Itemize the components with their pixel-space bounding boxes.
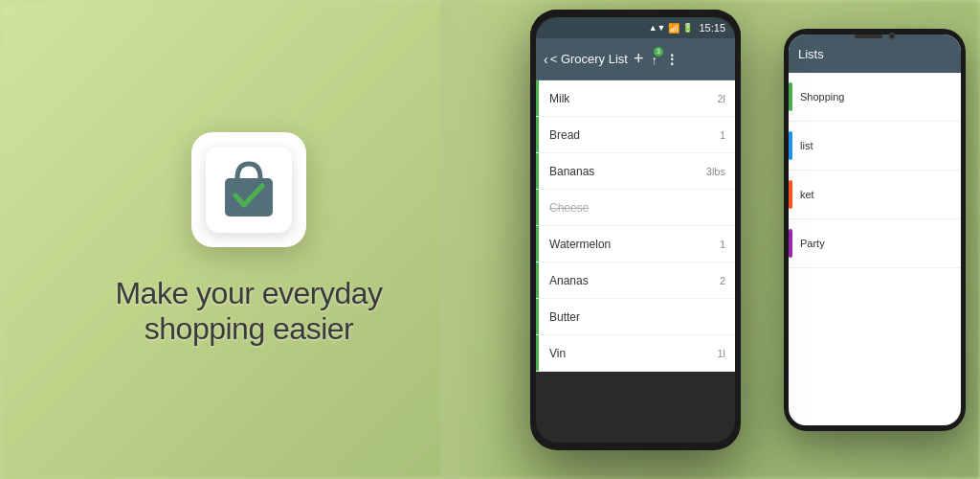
tagline-line1: Make your everyday [115, 276, 382, 311]
app-icon-inner [196, 137, 301, 242]
second-phone-camera [889, 33, 896, 39]
second-phone-speaker [855, 34, 883, 38]
phone-screen: ▲▼ 📶 🔋 15:15 ‹ < Grocery List + ↑ 3 [536, 17, 735, 443]
item-qty-watermelon: 1 [720, 239, 725, 250]
item-name-vin: Vin [549, 347, 717, 360]
color-bar-1 [789, 82, 792, 111]
app-toolbar: ‹ < Grocery List + ↑ 3 ⋮ [536, 38, 735, 80]
second-item-1: Shopping [800, 91, 951, 103]
color-bar-4 [789, 229, 792, 258]
bag-svg [220, 159, 278, 221]
left-panel: Make your everyday shopping easier [0, 0, 498, 479]
item-name-ananas: Ananas [549, 274, 720, 287]
toolbar-title: < Grocery List [550, 52, 628, 66]
phone-main: ▲▼ 📶 🔋 15:15 ‹ < Grocery List + ↑ 3 [530, 10, 741, 450]
item-qty-ananas: 2 [720, 275, 725, 286]
list-item-bread[interactable]: Bread 1 [536, 117, 735, 153]
item-name-bananas: Bananas [549, 165, 706, 178]
item-name-milk: Milk [549, 92, 717, 105]
second-list-item-2: list [789, 122, 961, 171]
list-item-milk[interactable]: Milk 2l [536, 80, 735, 117]
item-qty-milk: 2l [717, 93, 725, 104]
item-qty-vin: 1l [717, 348, 725, 359]
second-phone-header: Lists [789, 34, 961, 73]
item-qty-bananas: 3lbs [706, 166, 725, 177]
phones-area: Lists Shopping list ket Party [482, 0, 980, 479]
second-list-item-1: Shopping [789, 73, 961, 122]
add-icon[interactable]: + [634, 49, 644, 69]
list-item-watermelon[interactable]: Watermelon 1 [536, 226, 735, 262]
signal-icon: ▲▼ [649, 23, 666, 33]
wifi-icon: 📶 [668, 23, 679, 34]
list-item-bananas[interactable]: Bananas 3lbs [536, 153, 735, 190]
item-qty-bread: 1 [720, 129, 725, 141]
list-item-ananas[interactable]: Ananas 2 [536, 262, 735, 299]
color-bar-3 [789, 180, 792, 209]
phone-second: Lists Shopping list ket Party [784, 29, 966, 431]
tagline-line2: shopping easier [115, 311, 382, 347]
status-bar: ▲▼ 📶 🔋 15:15 [536, 17, 735, 38]
color-bar-2 [789, 131, 792, 160]
share-badge: 3 [654, 47, 663, 57]
status-time: 15:15 [699, 22, 725, 34]
tagline: Make your everyday shopping easier [115, 276, 382, 347]
item-name-watermelon: Watermelon [549, 238, 720, 251]
back-button[interactable]: ‹ < Grocery List [544, 52, 628, 67]
list-item-vin[interactable]: Vin 1l [536, 335, 735, 372]
item-name-bread: Bread [549, 128, 720, 142]
list-item-cheese[interactable]: Cheese [536, 190, 735, 226]
second-list-item-4: Party [789, 219, 961, 268]
toolbar-actions: + ↑ 3 ⋮ [634, 49, 679, 69]
second-list-item-3: ket [789, 171, 961, 219]
second-item-4: Party [800, 238, 951, 249]
list-item-butter[interactable]: Butter [536, 299, 735, 335]
second-item-2: list [800, 140, 951, 151]
phone-second-inner: Lists Shopping list ket Party [789, 34, 961, 425]
battery-icon: 🔋 [682, 23, 693, 33]
back-chevron: ‹ [544, 52, 548, 67]
grocery-list: Milk 2l Bread 1 Bananas 3lbs Cheese Wate… [536, 80, 735, 372]
app-icon [191, 132, 306, 247]
item-name-cheese: Cheese [549, 201, 725, 215]
status-icons: ▲▼ 📶 🔋 15:15 [649, 22, 725, 34]
second-phone-title: Lists [798, 47, 824, 61]
item-name-butter: Butter [549, 310, 725, 324]
share-button-container: ↑ 3 [651, 51, 657, 68]
second-item-3: ket [800, 189, 951, 200]
menu-icon[interactable]: ⋮ [665, 52, 679, 67]
